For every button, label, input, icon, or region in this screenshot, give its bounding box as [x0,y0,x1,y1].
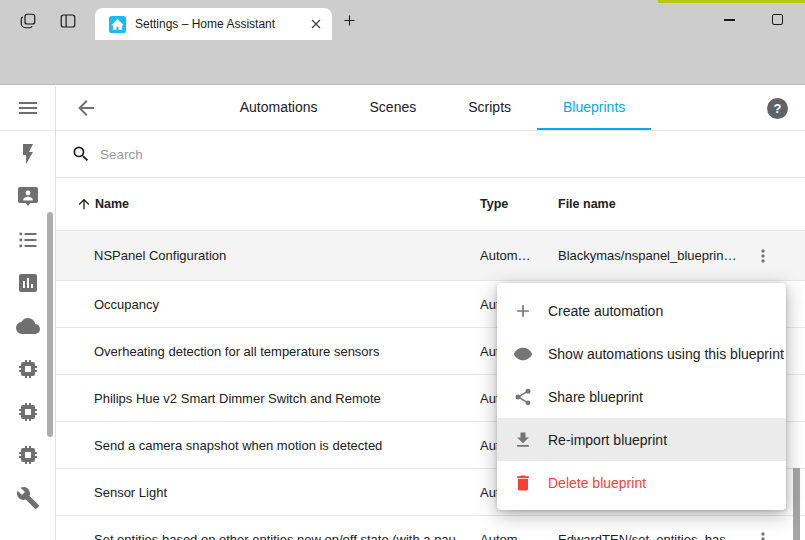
menu-item-delete-blueprint[interactable]: Delete blueprint [497,461,786,504]
menu-item-create-automation[interactable]: Create automation [497,289,786,332]
search-icon [71,144,91,164]
eye-icon [513,344,533,364]
sidebar-scrollbar[interactable] [47,212,53,437]
sidebar-item-history-icon[interactable] [16,271,40,295]
sidebar-item-esphome-icon[interactable] [16,357,40,381]
column-file-name[interactable]: File name [558,197,805,211]
row-name: Send a camera snapshot when motion is de… [94,438,480,453]
browser-window: Settings – Home Assistant Not secure hom… [0,0,805,540]
page-scrollbar[interactable] [793,468,800,540]
app-bar: Automations Scenes Scripts Blueprints ? [56,86,805,131]
row-name: NSPanel Configuration [94,248,480,263]
row-type: Autom… [480,532,558,540]
menu-item-reimport-blueprint[interactable]: Re-import blueprint [497,418,786,461]
table-header: Name Type File name [56,178,805,231]
home-assistant-favicon [109,16,126,33]
row-file: EdwardTEN/set_entities_bas… [558,532,743,540]
column-name[interactable]: Name [76,196,480,212]
workspaces-icon[interactable] [19,12,37,30]
sidebar-item-cloud-icon[interactable] [16,314,40,338]
browser-title-bar: Settings – Home Assistant [0,0,805,40]
sidebar-item-chip-icon[interactable] [16,443,40,467]
new-tab-icon[interactable] [342,13,357,28]
search-field[interactable]: Search [56,131,805,178]
sidebar-item-developer-tools-icon[interactable] [16,486,40,510]
menu-item-label: Re-import blueprint [548,432,667,448]
row-name: Sensor Light [94,485,480,500]
tab-scripts[interactable]: Scripts [442,86,537,130]
download-icon [513,430,533,450]
tab-title: Settings – Home Assistant [135,17,308,31]
help-icon[interactable]: ? [767,98,788,119]
plus-icon [513,301,533,321]
sidebar-item-energy-icon[interactable] [16,142,40,166]
app-back-icon[interactable] [74,96,98,120]
row-overflow-button[interactable] [743,246,783,266]
blueprint-context-menu: Create automation Show automations using… [497,283,786,510]
sidebar-item-todo-icon[interactable] [16,228,40,252]
row-type: Autom… [480,248,558,263]
tab-scenes[interactable]: Scenes [344,86,443,130]
sort-ascending-icon [76,196,92,212]
menu-item-label: Show automations using this blueprint [548,346,784,362]
search-placeholder: Search [100,147,143,162]
nav-tabs: Automations Scenes Scripts Blueprints [98,86,767,130]
window-maximize-icon[interactable] [772,14,783,25]
sidebar-item-device-icon[interactable] [16,400,40,424]
tab-close-icon[interactable] [308,16,324,32]
menu-item-show-automations[interactable]: Show automations using this blueprint [497,332,786,375]
sidebar-item-assist-icon[interactable] [16,185,40,209]
dots-vertical-icon [753,246,773,266]
row-name: Occupancy [94,297,480,312]
row-overflow-button[interactable] [743,529,783,540]
sidebar-menu-icon[interactable] [16,96,40,120]
browser-toolbar: Not secure homeassistant.local:8123/... [0,40,805,85]
menu-item-label: Create automation [548,303,663,319]
top-edge-stripe [658,0,805,3]
dots-vertical-icon [753,529,773,540]
share-icon [513,387,533,407]
tab-blueprints[interactable]: Blueprints [537,86,651,130]
browser-tab[interactable]: Settings – Home Assistant [95,8,332,40]
sidebar [0,86,56,540]
tab-automations[interactable]: Automations [214,86,344,130]
menu-item-label: Share blueprint [548,389,643,405]
row-name: Set entities based on other entities new… [94,532,480,540]
table-row[interactable]: NSPanel Configuration Autom… Blackymas/n… [56,231,805,281]
menu-item-share-blueprint[interactable]: Share blueprint [497,375,786,418]
tab-actions-icon[interactable] [59,12,77,30]
column-type[interactable]: Type [480,197,558,211]
row-name: Philips Hue v2 Smart Dimmer Switch and R… [94,391,480,406]
window-minimize-icon[interactable] [724,19,735,21]
menu-item-label: Delete blueprint [548,475,646,491]
table-row[interactable]: Set entities based on other entities new… [56,516,805,540]
row-file: Blackymas/nspanel_blueprin… [558,248,743,263]
row-name: Overheating detection for all temperatur… [94,344,480,359]
trash-icon [513,473,533,493]
